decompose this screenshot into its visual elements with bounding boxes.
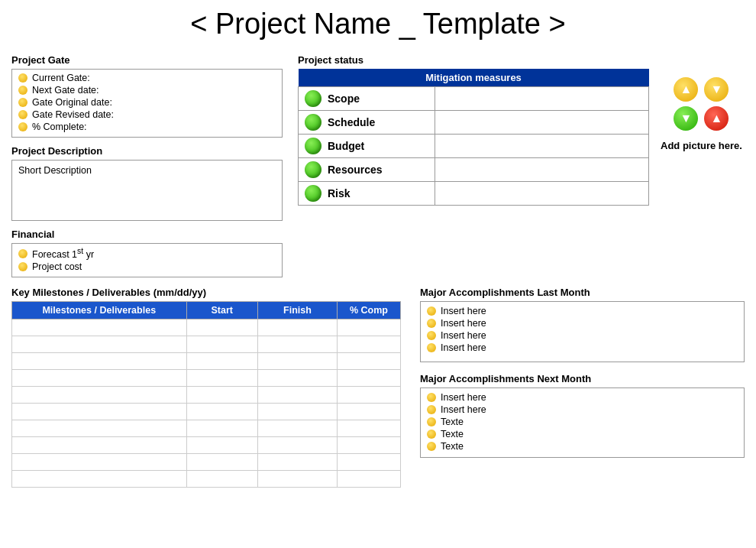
- risk-label: Risk: [328, 187, 351, 199]
- milestone-cell-9-3[interactable]: [337, 471, 400, 488]
- milestone-cell-4-0[interactable]: [12, 387, 187, 404]
- milestone-cell-6-3[interactable]: [337, 420, 400, 437]
- milestone-cell-3-0[interactable]: [12, 370, 187, 387]
- milestone-cell-8-1[interactable]: [186, 454, 257, 471]
- scope-status-icon: [305, 90, 321, 107]
- icons-area: ▲ ▼ ▼ ▲ Add picture here.: [661, 77, 742, 151]
- milestone-cell-1-2[interactable]: [258, 336, 338, 353]
- description-text: Short Description: [18, 165, 92, 176]
- arrow-down-green-icon[interactable]: ▼: [674, 106, 698, 131]
- bullet-icon-f2: [18, 262, 27, 271]
- milestone-cell-1-1[interactable]: [186, 336, 257, 353]
- schedule-status-icon: [305, 114, 321, 131]
- milestone-row[interactable]: [12, 387, 401, 404]
- milestone-cell-3-2[interactable]: [258, 370, 338, 387]
- col-milestone-header: Milestones / Deliverables: [12, 302, 187, 319]
- financial-row-2: Project cost: [18, 261, 276, 272]
- milestone-row[interactable]: [12, 319, 401, 336]
- risk-measure[interactable]: [435, 182, 649, 206]
- milestone-cell-1-0[interactable]: [12, 336, 187, 353]
- milestone-row[interactable]: [12, 437, 401, 454]
- schedule-label: Schedule: [328, 116, 375, 128]
- milestone-cell-4-3[interactable]: [337, 387, 400, 404]
- milestone-row[interactable]: [12, 454, 401, 471]
- milestone-cell-3-3[interactable]: [337, 370, 400, 387]
- milestone-cell-0-0[interactable]: [12, 319, 187, 336]
- financial-title: Financial: [11, 229, 283, 240]
- milestone-cell-2-2[interactable]: [258, 353, 338, 370]
- acc-next-item-1: Insert here: [441, 392, 486, 403]
- milestone-row[interactable]: [12, 336, 401, 353]
- milestones-title: Key Milestones / Deliverables (mm/dd/yy): [11, 287, 405, 298]
- milestone-cell-9-1[interactable]: [186, 471, 257, 488]
- arrow-up-red-icon[interactable]: ▲: [704, 106, 729, 131]
- milestone-cell-8-0[interactable]: [12, 454, 187, 471]
- bullet-icon-2: [18, 86, 27, 95]
- acc-last-item-1: Insert here: [441, 306, 486, 316]
- milestone-cell-7-2[interactable]: [258, 437, 338, 454]
- accomplishments-next-box: Insert here Insert here Texte Texte Text…: [420, 387, 745, 458]
- milestone-row[interactable]: [12, 404, 401, 420]
- schedule-measure[interactable]: [435, 111, 649, 135]
- milestone-cell-7-0[interactable]: [12, 437, 187, 454]
- gate-row-5: % Complete:: [18, 122, 276, 132]
- milestone-row[interactable]: [12, 370, 401, 387]
- milestone-cell-2-3[interactable]: [337, 353, 400, 370]
- project-status-title: Project status: [298, 54, 649, 66]
- milestone-cell-6-0[interactable]: [12, 420, 187, 437]
- milestone-cell-5-2[interactable]: [258, 404, 338, 420]
- budget-measure[interactable]: [435, 135, 649, 158]
- milestone-cell-2-1[interactable]: [186, 353, 257, 370]
- accomplishments-next-title: Major Accomplishments Next Month: [420, 373, 745, 384]
- acc-next-item-3: Texte: [441, 417, 464, 427]
- acc-last-row-3: Insert here: [427, 330, 738, 341]
- project-gate-title: Project Gate: [11, 54, 283, 66]
- milestone-cell-7-1[interactable]: [186, 437, 257, 454]
- milestone-cell-9-0[interactable]: [12, 471, 187, 488]
- acc-last-item-3: Insert here: [441, 330, 486, 341]
- milestone-cell-0-3[interactable]: [337, 319, 400, 336]
- milestone-cell-8-2[interactable]: [258, 454, 338, 471]
- milestones-table: Milestones / Deliverables Start Finish %…: [11, 301, 401, 488]
- milestone-cell-5-3[interactable]: [337, 404, 400, 420]
- arrow-down-yellow-icon[interactable]: ▼: [704, 77, 729, 102]
- acc-bullet-l3: [427, 331, 436, 340]
- milestone-cell-6-2[interactable]: [258, 420, 338, 437]
- scope-measure[interactable]: [435, 87, 649, 111]
- acc-last-row-4: Insert here: [427, 342, 738, 353]
- col-finish-header: Finish: [258, 302, 338, 319]
- milestone-row[interactable]: [12, 471, 401, 488]
- resources-measure[interactable]: [435, 158, 649, 182]
- milestone-cell-5-0[interactable]: [12, 404, 187, 420]
- milestone-row[interactable]: [12, 353, 401, 370]
- bullet-icon-f1: [18, 249, 27, 258]
- acc-last-item-4: Insert here: [441, 342, 486, 353]
- accomplishments-section: Major Accomplishments Last Month Insert …: [420, 287, 745, 469]
- milestone-cell-3-1[interactable]: [186, 370, 257, 387]
- accomplishments-last-title: Major Accomplishments Last Month: [420, 287, 745, 298]
- milestone-row[interactable]: [12, 420, 401, 437]
- milestone-cell-2-0[interactable]: [12, 353, 187, 370]
- gate-row-1: Current Gate:: [18, 73, 276, 83]
- bullet-icon-3: [18, 98, 27, 107]
- milestone-cell-4-2[interactable]: [258, 387, 338, 404]
- resources-status-icon: [305, 161, 321, 178]
- milestone-cell-0-2[interactable]: [258, 319, 338, 336]
- budget-status-icon: [305, 138, 321, 154]
- milestone-cell-8-3[interactable]: [337, 454, 400, 471]
- milestone-cell-9-2[interactable]: [258, 471, 338, 488]
- add-picture-text: Add picture here.: [661, 140, 742, 151]
- resources-label: Resources: [328, 164, 383, 176]
- arrow-up-yellow-icon[interactable]: ▲: [674, 77, 698, 102]
- col-comp-header: % Comp: [337, 302, 400, 319]
- project-description-box[interactable]: Short Description: [11, 160, 283, 221]
- milestone-cell-1-3[interactable]: [337, 336, 400, 353]
- milestone-cell-6-1[interactable]: [186, 420, 257, 437]
- acc-bullet-l1: [427, 306, 436, 316]
- acc-bullet-n4: [427, 430, 436, 439]
- milestone-cell-7-3[interactable]: [337, 437, 400, 454]
- milestone-cell-0-1[interactable]: [186, 319, 257, 336]
- milestone-cell-4-1[interactable]: [186, 387, 257, 404]
- acc-bullet-n3: [427, 417, 436, 426]
- milestone-cell-5-1[interactable]: [186, 404, 257, 420]
